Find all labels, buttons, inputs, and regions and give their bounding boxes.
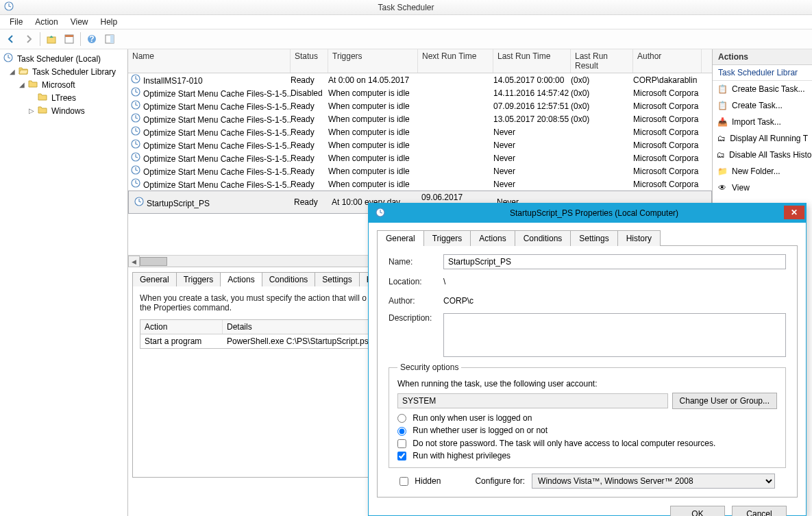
tab-conditions[interactable]: Conditions [262, 272, 316, 286]
label-configure-for: Configure for: [475, 476, 525, 486]
task-row[interactable]: Optimize Start Menu Cache Files-S-1-5...… [128, 138, 712, 151]
header-result[interactable]: Last Run Result [571, 49, 633, 73]
collapse-icon[interactable]: ◢ [8, 68, 16, 75]
header-status[interactable]: Status [291, 49, 328, 73]
radio-logged-or-not[interactable]: Run whether user is logged on or not [397, 426, 777, 435]
action-label: Disable All Tasks Histo [729, 150, 812, 160]
action-label: Import Task... [732, 117, 781, 127]
header-name[interactable]: Name [128, 49, 291, 73]
dlg-tab-actions[interactable]: Actions [470, 230, 515, 246]
back-button[interactable] [3, 31, 19, 47]
label-author: Author: [389, 296, 443, 306]
checkbox-hidden[interactable]: Hidden [399, 476, 441, 486]
task-row[interactable]: Optimize Start Menu Cache Files-S-1-5...… [128, 86, 712, 99]
configure-for-select[interactable]: Windows Vista™, Windows Server™ 2008 [532, 474, 775, 489]
task-last: Never [493, 153, 571, 163]
security-desc: When running the task, use the following… [397, 379, 777, 389]
header-last[interactable]: Last Run Time [493, 49, 571, 73]
tab-general[interactable]: General [132, 272, 177, 286]
author-value: CORP\c [443, 294, 786, 308]
task-author: Microsoft Corpora [633, 140, 702, 150]
task-author: Microsoft Corpora [633, 114, 702, 124]
tab-settings[interactable]: Settings [315, 272, 359, 286]
action-pane-item[interactable]: 📋Create Basic Task... [713, 81, 812, 97]
collapse-icon[interactable]: ◢ [18, 81, 26, 88]
clock-icon [131, 115, 140, 125]
action-pane-item[interactable]: 📁New Folder... [713, 163, 812, 180]
task-author: Microsoft Corpora [633, 180, 702, 189]
tab-triggers[interactable]: Triggers [176, 272, 221, 286]
task-row[interactable]: InstallMS17-010 Ready At 0:00 on 14.05.2… [128, 73, 712, 86]
task-name: Optimize Start Menu Cache Files-S-1-5... [143, 128, 291, 138]
task-author: Microsoft Corpora [633, 167, 702, 176]
tree-library[interactable]: ◢ Task Scheduler Library [0, 65, 127, 78]
clock-icon [131, 76, 140, 86]
tree-ltrees[interactable]: LTrees [0, 91, 127, 104]
action-pane-item[interactable]: 📥Import Task... [713, 114, 812, 130]
action-pane-item[interactable]: 🗂Disable All Tasks Histo [713, 147, 812, 163]
tree-microsoft[interactable]: ◢ Microsoft [0, 78, 127, 91]
folder-open-icon [19, 66, 28, 77]
task-row[interactable]: Optimize Start Menu Cache Files-S-1-5...… [128, 164, 712, 177]
task-row[interactable]: Optimize Start Menu Cache Files-S-1-5...… [128, 151, 712, 164]
header-next[interactable]: Next Run Time [418, 49, 493, 73]
properties-button[interactable] [61, 31, 77, 47]
description-input[interactable] [443, 313, 786, 357]
close-button[interactable]: ✕ [784, 206, 804, 219]
help-button[interactable]: ? [84, 31, 100, 47]
dialog-titlebar[interactable]: StartupScript_PS Properties (Local Compu… [369, 204, 806, 223]
dlg-tab-triggers[interactable]: Triggers [423, 230, 471, 246]
dlg-tab-conditions[interactable]: Conditions [515, 230, 571, 246]
menu-file[interactable]: File [4, 16, 28, 28]
checkbox-highest-priv[interactable]: Run with highest privileges [397, 451, 510, 460]
checkbox-no-password[interactable]: Do not store password. The task will onl… [397, 439, 777, 448]
scroll-left-icon[interactable]: ◀ [128, 256, 140, 267]
expand-icon[interactable]: ▷ [27, 107, 36, 114]
task-status: Ready [291, 167, 328, 176]
ok-button[interactable]: OK [670, 506, 725, 516]
action-pane-item[interactable]: 🗂Display All Running T [713, 130, 812, 147]
name-input[interactable] [443, 254, 786, 269]
change-user-button[interactable]: Change User or Group... [672, 393, 777, 409]
task-row[interactable]: Optimize Start Menu Cache Files-S-1-5...… [128, 112, 712, 125]
label-name: Name: [389, 257, 443, 267]
header-triggers[interactable]: Triggers [328, 49, 418, 73]
tree-root[interactable]: Task Scheduler (Local) [0, 52, 127, 65]
task-row[interactable]: Optimize Start Menu Cache Files-S-1-5...… [128, 125, 712, 138]
task-name: Optimize Start Menu Cache Files-S-1-5... [143, 167, 291, 177]
scroll-thumb[interactable] [140, 257, 167, 266]
header-author[interactable]: Author [633, 49, 702, 73]
dlg-tab-settings[interactable]: Settings [570, 230, 617, 246]
task-row[interactable]: Optimize Start Menu Cache Files-S-1-5...… [128, 99, 712, 112]
task-triggers: When computer is idle [328, 88, 418, 98]
dlg-tab-history[interactable]: History [617, 230, 661, 246]
cancel-button[interactable]: Cancel [732, 506, 787, 516]
menu-view[interactable]: View [65, 16, 94, 28]
svg-rect-7 [110, 35, 114, 43]
radio-logged-on[interactable]: Run only when user is logged on [397, 413, 777, 423]
app-icon [4, 1, 14, 13]
label-location: Location: [389, 277, 443, 286]
forward-button[interactable] [21, 31, 37, 47]
menu-help[interactable]: Help [95, 16, 123, 28]
action-pane-item[interactable]: 📋Create Task... [713, 97, 812, 114]
label-description: Description: [389, 313, 443, 323]
menu-action[interactable]: Action [29, 16, 63, 28]
toolbar: ? [0, 29, 812, 49]
toolbar-separator [80, 32, 81, 46]
action-icon: 👁 [717, 182, 728, 193]
actions-header-action[interactable]: Action [140, 320, 223, 334]
folder-icon [38, 92, 47, 103]
task-status: Ready [291, 127, 328, 137]
actionpane-button[interactable] [101, 31, 118, 47]
task-name: InstallMS17-010 [143, 76, 203, 86]
up-button[interactable] [43, 31, 60, 47]
dlg-tab-general[interactable]: General [377, 230, 424, 246]
task-row[interactable]: Optimize Start Menu Cache Files-S-1-5...… [128, 177, 712, 191]
tab-actions[interactable]: Actions [220, 272, 262, 286]
location-value: \ [443, 275, 786, 288]
task-status: Disabled [291, 88, 328, 98]
action-pane-item[interactable]: 👁View [713, 180, 812, 196]
tree-windows[interactable]: ▷ Windows [0, 104, 127, 117]
clock-icon [131, 154, 140, 164]
